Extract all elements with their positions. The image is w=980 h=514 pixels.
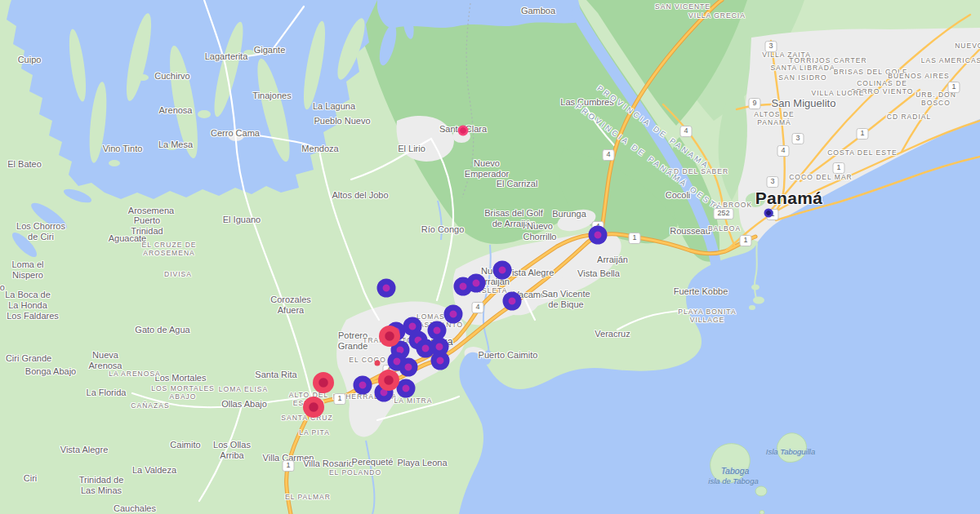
map-marker-blue[interactable] [444,305,463,324]
map-marker-blue[interactable] [503,292,522,311]
map-marker-blue[interactable] [377,279,396,298]
map-marker-blue[interactable] [399,358,418,377]
map-marker-blue[interactable] [354,376,372,395]
map-marker-bluesmall[interactable] [764,209,773,218]
map-marker-blue[interactable] [431,352,450,370]
map-marker-pinksmall[interactable] [458,126,469,136]
map-marker-blue[interactable] [589,226,608,245]
map-marker-red[interactable] [303,397,324,418]
data-markers-layer [0,0,980,514]
map-marker-blue[interactable] [467,274,486,293]
map-canvas[interactable]: CuipoLagarteritaGiganteCuchirvoTinajones… [0,0,980,514]
map-marker-blue[interactable] [493,261,512,280]
map-marker-blue[interactable] [397,379,416,398]
map-marker-reddot[interactable] [375,361,381,366]
map-marker-red[interactable] [313,372,334,393]
map-marker-red[interactable] [379,326,400,347]
map-marker-red[interactable] [378,370,399,391]
